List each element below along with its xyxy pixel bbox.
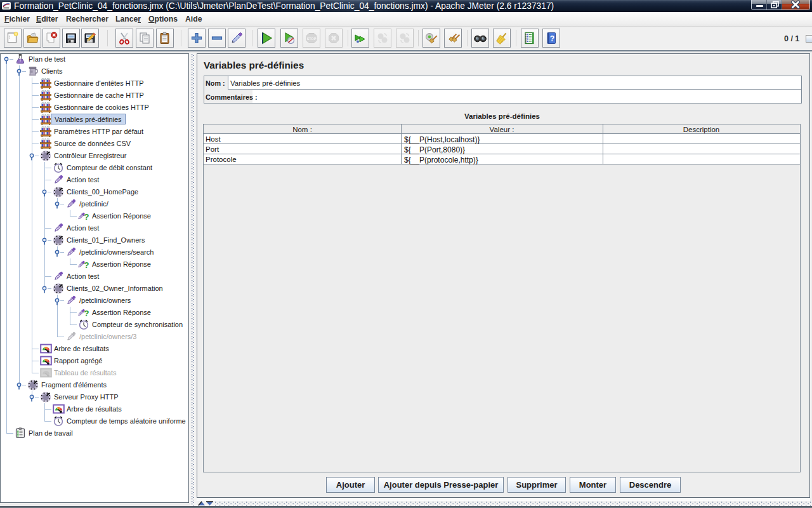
svg-text:STOP: STOP (307, 37, 317, 41)
svg-text:?: ? (84, 212, 89, 222)
svg-text:?: ? (84, 260, 89, 270)
svg-text:?: ? (550, 34, 554, 43)
svg-text:?: ? (84, 309, 89, 318)
